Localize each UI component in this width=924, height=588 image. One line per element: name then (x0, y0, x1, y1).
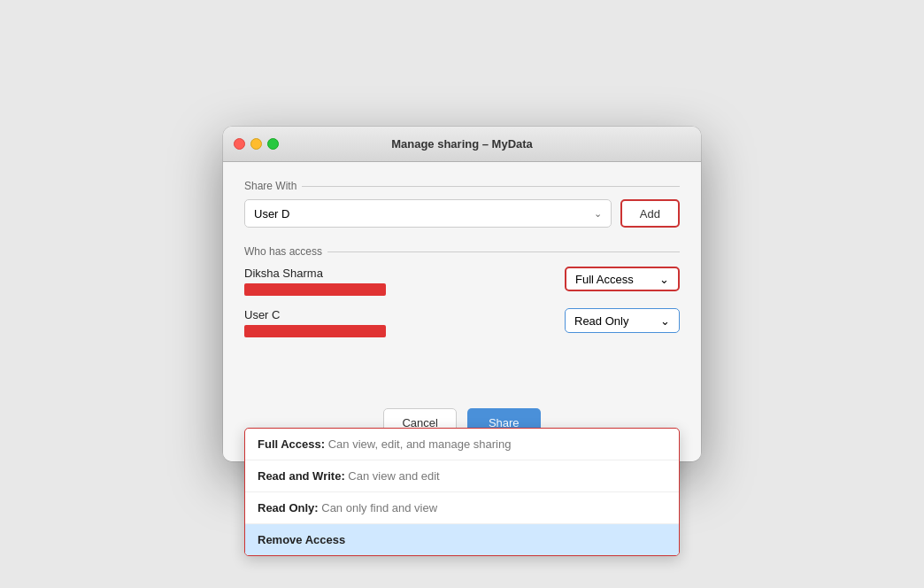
dropdown-item-remove-access[interactable]: Remove Access (245, 524, 679, 555)
minimize-button[interactable] (250, 138, 262, 150)
item-desc-read-write: Can view and edit (348, 469, 439, 483)
chevron-down-icon: ⌄ (660, 314, 670, 328)
dropdown-item-read-write[interactable]: Read and Write: Can view and edit (245, 460, 679, 492)
user-select-dropdown[interactable]: User D ⌄ (244, 199, 612, 228)
window-title: Manage sharing – MyData (391, 137, 533, 151)
read-only-value: Read Only (574, 314, 628, 328)
dropdown-item-read-only[interactable]: Read Only: Can only find and view (245, 492, 679, 524)
full-access-dropdown[interactable]: Full Access ⌄ (565, 267, 680, 291)
user-info-diksha: Diksha Sharma (244, 267, 386, 296)
close-button[interactable] (234, 138, 245, 150)
traffic-lights (234, 138, 279, 150)
share-with-row: User D ⌄ Add (244, 199, 680, 228)
item-desc-read-only: Can only find and view (321, 501, 437, 514)
user-email-redacted-diksha (244, 283, 386, 296)
read-only-dropdown[interactable]: Read Only ⌄ (565, 308, 680, 333)
full-access-value: Full Access (575, 273, 634, 286)
item-label-read-write: Read and Write: (258, 469, 348, 483)
add-button[interactable]: Add (620, 199, 680, 228)
who-has-access-label: Who has access (244, 245, 680, 258)
item-label-remove-access: Remove Access (258, 533, 345, 546)
access-dropdown-menu: Full Access: Can view, edit, and manage … (244, 428, 680, 556)
share-with-label: Share With (244, 180, 680, 192)
titlebar: Manage sharing – MyData (223, 127, 701, 162)
chevron-down-icon: ⌄ (659, 273, 669, 286)
dropdown-item-full-access[interactable]: Full Access: Can view, edit, and manage … (245, 429, 679, 460)
user-row-userc: User C Read Only ⌄ (244, 308, 680, 337)
manage-sharing-dialog: Manage sharing – MyData Share With User … (223, 127, 701, 461)
user-name-diksha: Diksha Sharma (244, 267, 386, 280)
item-desc-full-access: Can view, edit, and manage sharing (328, 437, 512, 451)
maximize-button[interactable] (267, 138, 279, 150)
item-label-read-only: Read Only: (258, 501, 321, 514)
user-row-diksha: Diksha Sharma Full Access ⌄ (244, 267, 680, 296)
chevron-down-icon: ⌄ (594, 208, 602, 220)
item-label-full-access: Full Access: (258, 437, 328, 451)
user-email-redacted-userc (244, 325, 386, 337)
user-select-value: User D (254, 207, 289, 220)
user-name-userc: User C (244, 308, 386, 321)
user-info-userc: User C (244, 308, 386, 337)
window-body: Share With User D ⌄ Add Who has access D… (223, 162, 701, 461)
